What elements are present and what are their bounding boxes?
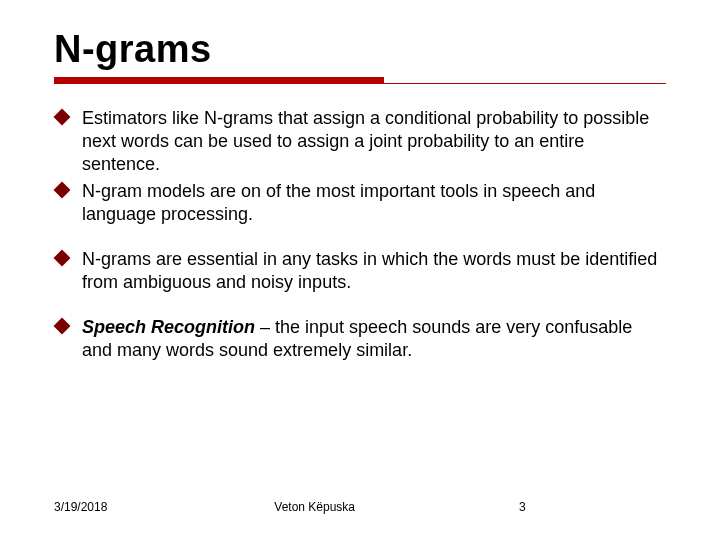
list-item-lead: Speech Recognition <box>82 317 255 337</box>
bullet-icon <box>54 318 71 335</box>
list-item: N-grams are essential in any tasks in wh… <box>54 248 666 294</box>
footer-date: 3/19/2018 <box>54 500 274 514</box>
list-item-text: N-grams are essential in any tasks in wh… <box>82 249 657 292</box>
slide-footer: 3/19/2018 Veton Këpuska 3 <box>54 500 666 514</box>
footer-author: Veton Këpuska <box>274 500 519 514</box>
title-underline <box>54 77 666 87</box>
list-item-text: N-gram models are on of the most importa… <box>82 181 595 224</box>
bullet-list: Estimators like N-grams that assign a co… <box>54 107 666 362</box>
slide-body: Estimators like N-grams that assign a co… <box>54 107 666 362</box>
footer-page-number: 3 <box>519 500 666 514</box>
list-item: Speech Recognition – the input speech so… <box>54 316 666 362</box>
bullet-icon <box>54 109 71 126</box>
slide: N-grams Estimators like N-grams that ass… <box>0 0 720 540</box>
list-item: Estimators like N-grams that assign a co… <box>54 107 666 176</box>
list-item-text: Estimators like N-grams that assign a co… <box>82 108 649 174</box>
list-item: N-gram models are on of the most importa… <box>54 180 666 226</box>
title-underline-thin <box>54 83 666 84</box>
bullet-icon <box>54 250 71 267</box>
slide-title: N-grams <box>54 28 666 71</box>
bullet-icon <box>54 182 71 199</box>
